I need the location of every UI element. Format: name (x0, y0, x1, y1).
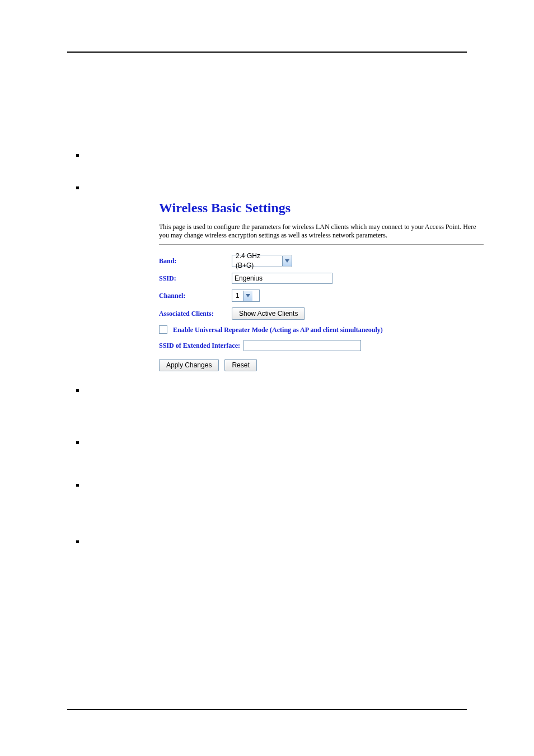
bullet-item: SSID: The Service Set Identifier is a na… (67, 438, 467, 461)
bullet-text: Select a band from the drop-down list. T… (86, 387, 464, 407)
bullet-text: The Service Set Identifier is a name ass… (86, 439, 461, 459)
ext-ssid-input[interactable] (243, 340, 361, 351)
bullet-title: SSID: (86, 439, 107, 448)
footer-rule (67, 709, 467, 710)
assoc-clients-label: Associated Clients: (159, 309, 232, 318)
apply-changes-button[interactable]: Apply Changes (159, 359, 219, 371)
bullet-item: Associated Clients: Click the Show Activ… (67, 537, 467, 560)
ssid-input[interactable] (232, 273, 332, 284)
bullet-item: Channel: Select a channel from the drop-… (67, 480, 467, 503)
bullet-text: Select a channel from the drop-down list… (86, 482, 462, 502)
band-label: Band: (159, 256, 232, 265)
page-number: 17 (67, 713, 467, 722)
show-active-clients-button[interactable]: Show Active Clients (232, 307, 305, 320)
band-select-value: 2.4 GHz (B+G) (232, 251, 282, 269)
reset-button[interactable]: Reset (224, 359, 256, 371)
intro-paragraph: This page allows you to configure the wi… (67, 113, 467, 136)
band-select[interactable]: 2.4 GHz (B+G) (232, 255, 292, 267)
channel-select[interactable]: 1 (232, 290, 260, 302)
page-description: This page is used to configure the param… (159, 223, 484, 245)
ssid-label: SSID: (159, 274, 232, 283)
chevron-down-icon (282, 256, 292, 266)
repeater-checkbox[interactable] (159, 325, 167, 334)
bullet-item: The following screen displays the Wirele… (67, 183, 467, 371)
bullet-item: Click the Wireless link on the navigatio… (67, 151, 467, 174)
header-rule (67, 52, 467, 53)
page-footer: 17 (67, 709, 467, 722)
section-title: Wireless Settings (67, 84, 467, 102)
page-title: Wireless Basic Settings (159, 199, 495, 217)
bullet-title: Associated Clients: (86, 538, 154, 547)
chevron-down-icon (243, 291, 252, 301)
svg-marker-1 (246, 294, 250, 297)
bullet-item: Band: Select a band from the drop-down l… (67, 386, 467, 409)
channel-select-value: 1 (232, 291, 243, 300)
bullet-title: Band: (86, 387, 108, 396)
bullet-text: The following screen displays the Wirele… (86, 184, 301, 193)
ext-ssid-label: SSID of Extended Interface: (159, 341, 240, 350)
channel-label: Channel: (159, 291, 232, 300)
embedded-screenshot: Wireless Basic Settings This page is use… (159, 199, 495, 371)
repeater-label: Enable Universal Repeater Mode (Acting a… (173, 325, 383, 334)
bullet-title: Channel: (86, 482, 119, 491)
bullet-text: Click the Wireless link on the navigatio… (86, 152, 459, 172)
svg-marker-0 (285, 259, 289, 263)
